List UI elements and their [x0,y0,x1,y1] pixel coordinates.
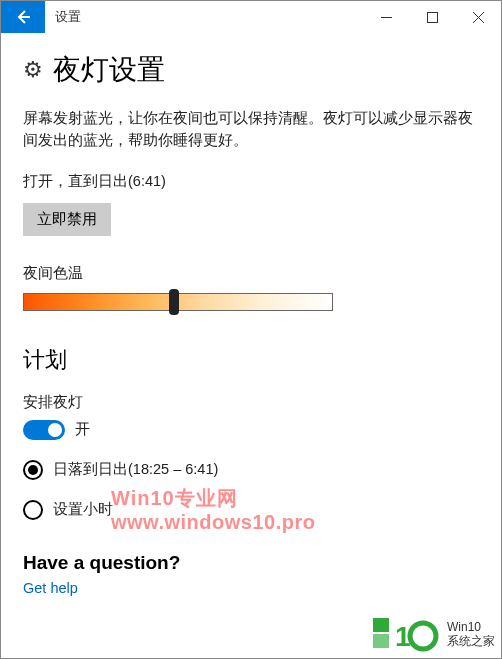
svg-point-4 [410,623,436,649]
page-title-row: ⚙ 夜灯设置 [23,51,479,89]
gear-icon: ⚙ [23,57,43,83]
window-title: 设置 [45,1,363,33]
watermark-brand-bottom: 系统之家 [447,634,495,648]
title-bar: 设置 [1,1,501,33]
svg-rect-1 [373,618,389,632]
color-temp-label: 夜间色温 [23,264,479,283]
radio-icon [23,460,43,480]
watermark-brand-top: Win10 [447,620,495,634]
back-arrow-icon [14,8,32,26]
maximize-button[interactable] [409,1,455,33]
watermark-logo: 1 Win10 系统之家 [373,616,495,652]
window-controls [363,1,501,33]
minimize-button[interactable] [363,1,409,33]
close-icon [473,12,484,23]
radio-option-sunset[interactable]: 日落到日出(18:25 – 6:41) [23,460,479,480]
svg-rect-0 [427,12,437,22]
close-button[interactable] [455,1,501,33]
watermark-brand: Win10 系统之家 [447,620,495,649]
disable-now-button[interactable]: 立即禁用 [23,203,111,236]
radio-icon [23,500,43,520]
schedule-toggle-label: 安排夜灯 [23,393,479,412]
schedule-toggle[interactable] [23,420,65,440]
minimize-icon [381,12,392,23]
schedule-toggle-control: 开 [23,420,479,440]
svg-rect-2 [373,634,389,648]
schedule-toggle-state: 开 [75,420,90,439]
page-description: 屏幕发射蓝光，让你在夜间也可以保持清醒。夜灯可以减少显示器夜间发出的蓝光，帮助你… [23,107,479,152]
status-text: 打开，直到日出(6:41) [23,172,479,191]
svg-text:1: 1 [395,621,411,652]
content-area: ⚙ 夜灯设置 屏幕发射蓝光，让你在夜间也可以保持清醒。夜灯可以减少显示器夜间发出… [1,33,501,596]
slider-thumb[interactable] [169,289,179,315]
win10-logo-icon: 1 [373,616,443,652]
radio-option-hours[interactable]: 设置小时 [23,500,479,520]
help-heading: Have a question? [23,552,479,574]
get-help-link[interactable]: Get help [23,580,479,596]
radio-label: 设置小时 [53,500,113,519]
page-title: 夜灯设置 [53,51,165,89]
toggle-knob [48,423,62,437]
back-button[interactable] [1,1,45,33]
radio-label: 日落到日出(18:25 – 6:41) [53,460,218,479]
schedule-toggle-group: 安排夜灯 开 [23,393,479,440]
schedule-heading: 计划 [23,345,479,375]
maximize-icon [427,12,438,23]
color-temp-slider[interactable] [23,293,479,315]
radio-inner-icon [28,465,38,475]
